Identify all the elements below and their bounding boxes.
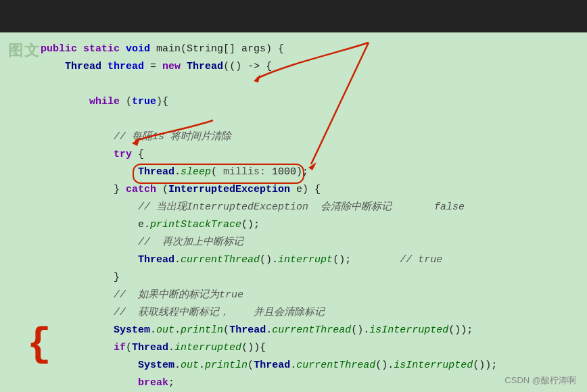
main-container: 图文 public static void main(String[] args… <box>0 0 587 392</box>
code-line-18: if(Thread.interrupted()){ <box>41 339 587 357</box>
code-line-14: } <box>41 269 587 287</box>
code-line-12: // 再次加上中断标记 <box>41 234 587 251</box>
code-line-6: // 每隔1s 将时间片清除 <box>41 128 587 146</box>
keyword-static: static <box>83 41 120 58</box>
keyword-while: while <box>89 93 120 111</box>
code-line-15: // 如果中断的标记为true <box>41 287 587 304</box>
watermark: 图文 <box>8 41 41 61</box>
keyword-new: new <box>162 58 181 76</box>
code-line-11: e.printStackTrace(); <box>41 216 587 234</box>
code-line-16: // 获取线程中断标记， 并且会清除标记 <box>41 304 587 322</box>
top-bar <box>0 0 587 32</box>
csdn-watermark: CSDN @酸柠涛啊 <box>504 374 576 387</box>
brace-annotation: { <box>27 324 51 365</box>
code-line-7: try { <box>41 146 587 164</box>
comment-line-6: // 每隔1s 将时间片清除 <box>114 128 231 146</box>
code-line-17: System.out.println(Thread.currentThread(… <box>41 322 587 339</box>
code-line-5 <box>41 111 587 128</box>
code-line-13: Thread.currentThread().interrupt(); // t… <box>41 251 587 269</box>
code-line-10: // 当出现InterruptedException 会清除中断标记 false <box>41 199 587 216</box>
keyword-void: void <box>126 41 150 58</box>
code-line-2: Thread thread = new Thread(() -> { <box>41 58 587 76</box>
code-line-8: Thread.sleep( millis: 1000); <box>41 164 587 181</box>
keyword-public: public <box>41 41 77 58</box>
code-line-1: public static void main(String[] args) { <box>41 41 587 58</box>
var-thread: thread <box>108 58 144 76</box>
type-thread: Thread <box>65 58 101 76</box>
code-line-9: } catch (InterruptedException e) { <box>41 181 587 199</box>
code-area: public static void main(String[] args) {… <box>0 32 587 392</box>
code-line-19: System.out.println(Thread.currentThread(… <box>41 357 587 374</box>
code-line-4: while (true){ <box>41 93 587 111</box>
code-line-3 <box>41 76 587 93</box>
